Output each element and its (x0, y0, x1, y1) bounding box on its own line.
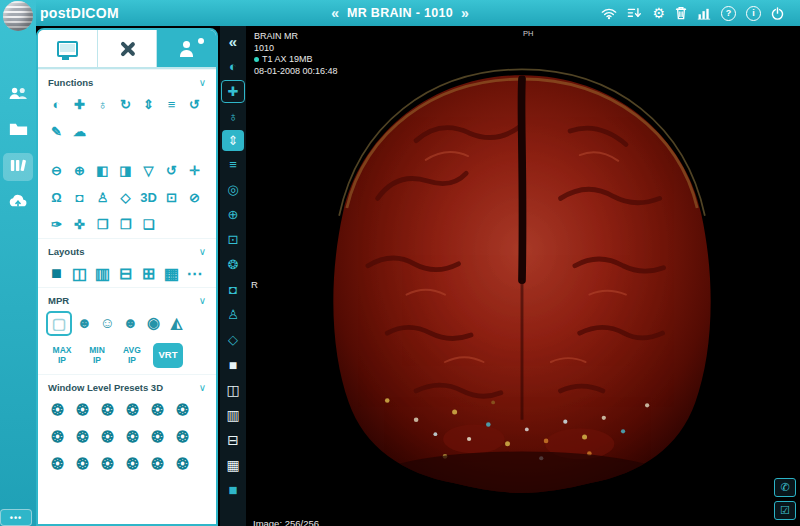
mpr-current-icon[interactable]: ▢ (46, 311, 72, 336)
mpr-section-header[interactable]: MPR ∨ (38, 288, 216, 309)
layout-grid-icon[interactable]: ▦ (161, 262, 182, 285)
wl-preset-icon[interactable]: ❂ (46, 398, 69, 421)
wl-preset-icon[interactable]: ❂ (171, 398, 194, 421)
wifi-icon[interactable] (601, 5, 617, 21)
wl-preset-icon[interactable]: ❂ (96, 452, 119, 475)
wl-preset-icon[interactable]: ❂ (46, 452, 69, 475)
crosshair-icon[interactable]: ⊕ (222, 202, 244, 227)
layouts-section-header[interactable]: Layouts ∨ (38, 239, 216, 260)
layout-1x3-icon[interactable]: ▥ (222, 402, 244, 427)
wl-preset-icon[interactable]: ❂ (71, 425, 94, 448)
min-ip-button[interactable]: MINIP (83, 346, 111, 366)
statistics-icon[interactable] (697, 5, 711, 21)
next-study-button[interactable]: » (461, 5, 469, 21)
export-image-icon[interactable]: ❐ (115, 213, 136, 236)
layout-rows-icon[interactable]: ⊟ (115, 262, 136, 285)
window-level-section-header[interactable]: Window Level Presets 3D ∨ (38, 375, 216, 396)
rail-cloud-upload[interactable] (3, 189, 33, 217)
measure-icon[interactable]: ✎ (46, 120, 67, 143)
lock-icon[interactable]: ◘ (222, 277, 244, 302)
3d-icon[interactable]: 3D (138, 186, 159, 209)
help-icon[interactable]: ? (721, 6, 736, 21)
save-icon[interactable]: ❒ (92, 213, 113, 236)
layout-1x2-icon[interactable]: ◫ (222, 377, 244, 402)
wl-preset-icon[interactable]: ❂ (71, 452, 94, 475)
magnify-icon[interactable]: ♁ (222, 104, 244, 129)
tab-patient-info[interactable] (157, 30, 216, 67)
brightness-icon[interactable]: ◐ (222, 54, 244, 79)
roi-icon[interactable]: ⊡ (222, 227, 244, 252)
wl-preset-icon[interactable]: ❂ (71, 398, 94, 421)
tab-display-settings[interactable] (38, 30, 98, 67)
head-axial-icon[interactable]: ◉ (143, 311, 164, 334)
power-icon[interactable] (771, 5, 784, 21)
brightness-icon[interactable]: ◐ (46, 93, 67, 116)
layout-current-icon[interactable]: ■ (222, 477, 244, 502)
layout-1x2-icon[interactable]: ◫ (69, 262, 90, 285)
pan-icon[interactable]: ✚ (221, 80, 245, 103)
magnify-icon[interactable]: ♁ (92, 93, 113, 116)
disable-icon[interactable]: ⊘ (184, 186, 205, 209)
info-icon[interactable]: i (746, 6, 761, 21)
layout-grid-icon[interactable]: ▦ (222, 452, 244, 477)
tools-icon[interactable]: ✑ (46, 213, 67, 236)
report-checklist-button[interactable]: ☑ (774, 501, 796, 520)
rail-archive[interactable] (3, 153, 33, 181)
wl-preset-icon[interactable]: ❂ (171, 452, 194, 475)
wl-preset-icon[interactable]: ❂ (121, 452, 144, 475)
magnet-icon[interactable]: Ω (46, 186, 67, 209)
wl-preset-icon[interactable]: ❂ (146, 452, 169, 475)
lock-icon[interactable]: ◘ (69, 186, 90, 209)
trash-icon[interactable] (675, 5, 687, 21)
head-coronal-icon[interactable]: ☻ (74, 311, 95, 334)
wl-preset-icon[interactable]: ❂ (96, 398, 119, 421)
user-marker-icon[interactable]: ♙ (92, 186, 113, 209)
target-icon[interactable]: ◎ (222, 177, 244, 202)
wl-preset-white-icon[interactable]: ■ (222, 352, 244, 377)
reference-lines-icon[interactable]: ✜ (69, 213, 90, 236)
wl-preset-icon[interactable]: ❂ (146, 398, 169, 421)
flip-horizontal-icon[interactable]: ◧ (92, 159, 113, 182)
fit-center-icon[interactable]: ✛ (184, 159, 205, 182)
scroll-icon[interactable]: ⇕ (222, 130, 244, 151)
settings-gear-icon[interactable]: ⚙ (652, 5, 665, 21)
pan-icon[interactable]: ✚ (69, 93, 90, 116)
expand-more-button[interactable]: ••• (1, 510, 31, 525)
extremity-icon[interactable]: ◭ (166, 311, 187, 334)
tag-icon[interactable]: ◇ (222, 327, 244, 352)
tag-icon[interactable]: ◇ (115, 186, 136, 209)
head-sagittal-left-icon[interactable]: ☺ (97, 311, 118, 334)
wl-preset-icon[interactable]: ❂ (121, 425, 144, 448)
layout-rows-icon[interactable]: ⊟ (222, 427, 244, 452)
zoom-out-icon[interactable]: ⊖ (46, 159, 67, 182)
collapse-panel-icon[interactable]: « (222, 29, 244, 54)
rotate-ccw-icon[interactable]: ↺ (161, 159, 182, 182)
rail-patients[interactable] (3, 81, 33, 109)
scroll-icon[interactable]: ⇕ (138, 93, 159, 116)
reset-icon[interactable]: ↺ (184, 93, 205, 116)
rail-folders[interactable] (3, 117, 33, 145)
vrt-button[interactable]: VRT (153, 343, 183, 368)
user-marker-icon[interactable]: ♙ (222, 302, 244, 327)
wl-preset-icon[interactable]: ❂ (171, 425, 194, 448)
wl-3d-icon[interactable]: ❂ (222, 252, 244, 277)
region-icon[interactable]: ⊡ (161, 186, 182, 209)
annotate-icon[interactable]: ☁ (69, 120, 90, 143)
max-ip-button[interactable]: MAXIP (48, 346, 76, 366)
zoom-in-icon[interactable]: ⊕ (69, 159, 90, 182)
stack-icon[interactable]: ≡ (161, 93, 182, 116)
export-series-icon[interactable]: ❏ (138, 213, 159, 236)
rotate-cw-icon[interactable]: ↻ (115, 93, 136, 116)
functions-section-header[interactable]: Functions ∨ (38, 70, 216, 91)
avg-ip-button[interactable]: AVGIP (118, 346, 146, 366)
image-viewport[interactable]: BRAIN MR 1010 T1 AX 19MB 08-01-2008 00:1… (246, 26, 800, 526)
layout-more-icon[interactable]: ⋯ (184, 262, 205, 285)
layout-1x3-icon[interactable]: ▥ (92, 262, 113, 285)
download-queue-icon[interactable] (627, 5, 642, 21)
wl-preset-icon[interactable]: ❂ (146, 425, 169, 448)
head-sagittal-right-icon[interactable]: ☻ (120, 311, 141, 334)
wl-preset-icon[interactable]: ❂ (121, 398, 144, 421)
wl-preset-icon[interactable]: ❂ (46, 425, 69, 448)
layout-2x2-icon[interactable]: ⊞ (138, 262, 159, 285)
prev-study-button[interactable]: « (331, 5, 339, 21)
